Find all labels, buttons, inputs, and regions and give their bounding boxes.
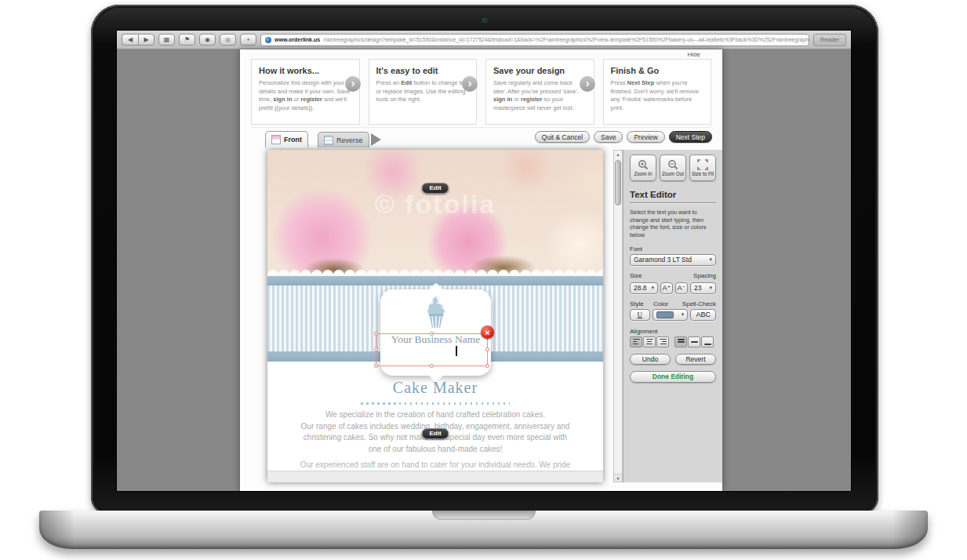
passwords-icon[interactable]: ⚑ (179, 34, 195, 45)
back-icon[interactable]: ◀ (122, 34, 138, 45)
align-center-icon[interactable] (643, 336, 656, 347)
spacing-label: Spacing (693, 272, 716, 279)
address-bar[interactable]: www.orderlink.us/raintreegraphics/design… (260, 34, 809, 46)
undo-button[interactable]: Undo (630, 354, 671, 365)
selection-handle[interactable] (485, 364, 489, 368)
zoom-in-label: Zoom In (634, 171, 652, 176)
design-canvas[interactable]: © fotolia Edit (267, 150, 603, 482)
valign-top-icon[interactable] (674, 336, 687, 347)
alignment-buttons (630, 336, 716, 347)
cupcake-photo[interactable]: © fotolia (267, 150, 603, 275)
panel-title: It's easy to edit (376, 66, 470, 75)
divider (630, 202, 716, 204)
text-editor-description: Select the text you want to change and s… (630, 209, 716, 239)
alignment-label: Alignment (630, 328, 716, 335)
laptop-base (39, 511, 928, 549)
chevron-right-icon: › (345, 76, 361, 92)
zoom-in-button[interactable]: Zoom In (630, 155, 656, 181)
browser-toolbar: ◀ ▶ ▦ ⚑ ◉ ◎ + www.orderlink.us/raintreeg… (117, 31, 851, 49)
panel-title: Save your design (493, 66, 587, 75)
size-value: 28.8 (634, 284, 647, 292)
panel-body: Press Next Step when you're finished. Do… (611, 79, 704, 113)
play-icon[interactable] (371, 133, 381, 146)
spellcheck-button[interactable]: ABC (690, 309, 716, 321)
size-to-fit-icon (697, 159, 708, 170)
new-tab-button[interactable]: + (240, 34, 256, 45)
panel-body: Personalize this design with your detail… (259, 79, 352, 113)
edit-image-button[interactable]: Edit (421, 183, 449, 194)
save-button[interactable]: Save (594, 131, 623, 143)
tab-front[interactable]: Front (265, 131, 308, 147)
color-swatch (656, 311, 674, 318)
valign-middle-icon[interactable] (688, 336, 700, 347)
zoom-in-icon (638, 159, 649, 170)
panel-title: Finish & Go (611, 66, 704, 75)
align-left-icon[interactable] (630, 336, 642, 347)
front-thumbnail-icon (271, 135, 281, 144)
spacing-select[interactable]: 23 ▾ (690, 282, 716, 294)
privacy-icon[interactable]: ◎ (220, 34, 236, 45)
selection-handle[interactable] (430, 332, 434, 336)
panel-title: How it works... (259, 66, 352, 75)
chevron-down-icon: ▾ (651, 285, 654, 291)
increase-size-button[interactable]: A⁺ (660, 282, 673, 294)
quit-cancel-button[interactable]: Quit & Cancel (535, 131, 590, 143)
editor-sidebar: Zoom In Zoom Out Size to Fit Text (623, 150, 722, 482)
tab-front-label: Front (284, 136, 302, 144)
next-step-button[interactable]: Next Step (669, 131, 712, 143)
valign-bottom-icon[interactable] (701, 336, 714, 347)
underline-glyph: U (638, 311, 643, 318)
top-sites-icon[interactable]: ▦ (158, 34, 175, 45)
forward-icon[interactable]: ▶ (138, 34, 155, 45)
underline-button[interactable]: U (630, 309, 650, 321)
selection-handle[interactable] (430, 364, 434, 368)
selection-handle[interactable] (374, 332, 378, 336)
site-favicon (265, 37, 271, 43)
reverse-thumbnail-icon (324, 136, 333, 145)
scallop-border (267, 269, 603, 275)
zoom-out-icon (667, 159, 678, 170)
close-icon[interactable]: × (481, 325, 494, 339)
align-right-icon[interactable] (656, 336, 669, 347)
panel-save-your-design: Save your design Save regularly and come… (485, 59, 594, 125)
canvas-bottom-strip (267, 471, 603, 482)
selection-handle[interactable] (374, 364, 378, 368)
tab-reverse[interactable]: Reverse (318, 132, 369, 147)
zoom-out-label: Zoom Out (662, 171, 684, 176)
webcam-dot (482, 18, 487, 23)
hide-link[interactable]: Hide (688, 51, 700, 58)
chevron-down-icon: ▾ (709, 256, 712, 263)
canvas-scrollbar[interactable]: ▲ ▼ (613, 150, 623, 482)
scroll-up-icon[interactable]: ▲ (614, 151, 622, 158)
chevron-right-icon: › (462, 76, 478, 92)
spacing-value: 23 (694, 284, 701, 292)
panel-easy-to-edit: It's easy to edit Press an Edit button t… (369, 59, 478, 125)
color-select[interactable]: ▾ (653, 309, 689, 321)
scrollbar-thumb[interactable] (615, 160, 621, 205)
content-column: Hide How it works... Personalize this de… (240, 49, 722, 492)
cupcake-icon (418, 295, 454, 333)
clipped-paragraph: Our experienced staff are on hand to cat… (267, 460, 603, 469)
laptop-bezel: ◀ ▶ ▦ ⚑ ◉ ◎ + www.orderlink.us/raintreeg… (91, 5, 878, 515)
decrease-size-button[interactable]: A⁻ (675, 282, 688, 294)
font-select[interactable]: Garamond 3 LT Std ▾ (630, 254, 716, 266)
url-host: www.orderlink.us (274, 37, 320, 42)
style-label: Style (630, 300, 653, 307)
size-select[interactable]: 28.8 ▾ (630, 282, 658, 294)
revert-button[interactable]: Revert (675, 354, 716, 365)
text-cursor (456, 346, 457, 356)
scroll-down-icon[interactable]: ▼ (614, 474, 622, 482)
size-to-fit-button[interactable]: Size to Fit (689, 155, 716, 181)
downloads-icon[interactable]: ◉ (199, 34, 216, 45)
selection-handle[interactable] (485, 347, 489, 351)
selection-handle[interactable] (374, 347, 378, 351)
chevron-down-icon: ▾ (682, 311, 685, 318)
done-editing-button[interactable]: Done Editing (630, 371, 716, 383)
edit-text-button[interactable]: Edit (421, 428, 449, 439)
text-selection-box[interactable]: × (376, 333, 488, 366)
browser-window: ◀ ▶ ▦ ⚑ ◉ ◎ + www.orderlink.us/raintreeg… (116, 30, 852, 492)
reader-button[interactable]: Reader (813, 34, 846, 46)
preview-button[interactable]: Preview (627, 131, 664, 143)
chevron-down-icon: ▾ (709, 285, 712, 291)
zoom-out-button[interactable]: Zoom Out (660, 155, 686, 181)
